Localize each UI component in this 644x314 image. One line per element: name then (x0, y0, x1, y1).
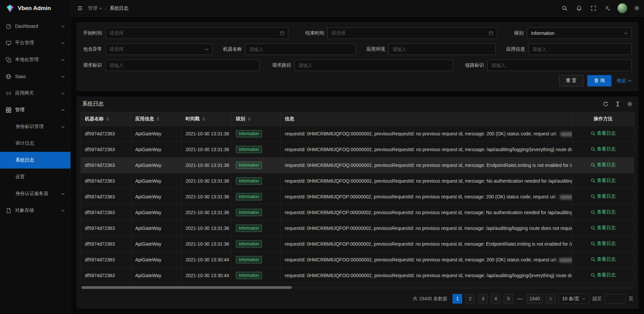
fullscreen-icon[interactable] (586, 0, 601, 16)
start-time-picker[interactable]: 请选择 (105, 27, 288, 39)
translate-icon[interactable]: 文A (601, 0, 615, 16)
header-actions: 文A (557, 0, 644, 16)
sidebar-menu: Dashboard 平台管理 本地化管理 (0, 16, 70, 219)
sidebar-item-manage[interactable]: 管理 (0, 102, 70, 118)
sort-carets-icon[interactable] (202, 117, 205, 121)
page-button-last[interactable]: 1940 (527, 294, 542, 304)
machine-name-cell: df5974d72363 (81, 236, 131, 252)
view-log-action[interactable]: 查看日志 (591, 241, 616, 247)
column-settings-gear-icon[interactable] (627, 101, 633, 107)
page-size-select[interactable]: 10 条/页 (558, 294, 589, 304)
localization-icon (6, 57, 11, 63)
machine-name-cell: df5974d72363 (81, 173, 131, 189)
end-time-picker[interactable]: 请选择 (327, 27, 497, 39)
row-height-icon[interactable] (615, 101, 621, 107)
app-info-input[interactable] (528, 44, 632, 55)
reset-button[interactable]: 重 置 (559, 75, 583, 86)
sidebar-item-localization[interactable]: 本地化管理 (0, 51, 70, 68)
sidebar-item-dashboard[interactable]: Dashboard (0, 18, 70, 35)
message-cell: requestId: 0HMCRBM8JQFOP:00000002, previ… (281, 189, 572, 204)
sidebar-item-system-log[interactable]: 系统日志 (0, 152, 70, 169)
jump-page-input[interactable] (605, 294, 626, 304)
sidebar-item-gateway[interactable]: 应用网关 (0, 85, 70, 102)
placeholder-text: 请选择 (109, 30, 280, 36)
select-value: Information (531, 30, 624, 36)
sidebar-item-object-storage[interactable]: 对象存储 (0, 202, 70, 219)
chevron-down-icon (61, 25, 65, 27)
user-avatar[interactable] (615, 0, 630, 16)
logo[interactable]: Vben Admin (0, 0, 70, 16)
table-row: df5974d72363ApiGateWay2021-10-30 13:31:3… (81, 173, 634, 189)
view-log-action[interactable]: 查看日志 (591, 146, 616, 152)
sidebar-item-label: 平台管理 (15, 40, 57, 46)
filter-field-app-env: 应用环境 (366, 44, 496, 55)
settings-gear-icon[interactable] (630, 0, 644, 16)
level-cell: Information (232, 141, 281, 157)
view-log-action[interactable]: 查看日志 (591, 130, 616, 136)
table-row: df5974d72363ApiGateWay2021-10-30 13:31:3… (81, 204, 634, 220)
level-cell: Information (232, 267, 281, 283)
view-log-action[interactable]: 查看日志 (591, 272, 616, 278)
view-log-label: 查看日志 (597, 225, 616, 231)
app-env-input[interactable] (388, 44, 496, 55)
breadcrumb-parent[interactable]: 管理 (88, 5, 102, 11)
page-button-1[interactable]: 1 (452, 294, 462, 304)
next-page-button[interactable] (546, 294, 555, 304)
table-row: df5974d72363ApiGateWay2021-10-30 13:31:3… (81, 220, 634, 236)
view-log-action[interactable]: 查看日志 (591, 178, 616, 184)
column-label: 信息 (285, 116, 294, 121)
column-header-timestamp[interactable]: 时间戳 (181, 112, 232, 126)
refresh-icon[interactable] (603, 101, 608, 107)
field-label: 开始时间 (83, 30, 102, 36)
column-label: 级别 (236, 116, 245, 121)
sidebar-item-settings[interactable]: 设置 (0, 169, 70, 185)
trace-id-input[interactable] (487, 60, 632, 71)
machine-name-cell: df5974d72363 (81, 157, 131, 173)
sidebar-item-platform[interactable]: 平台管理 (0, 35, 70, 51)
collapse-link[interactable]: 收起 (617, 78, 632, 84)
machine-name-input[interactable] (245, 44, 356, 55)
page-button-4[interactable]: 4 (491, 294, 500, 304)
sidebar-item-identity-management[interactable]: 身份标识管理 (0, 118, 70, 135)
horizontal-scrollbar[interactable] (81, 286, 634, 289)
breadcrumb-current: 系统日志 (110, 5, 128, 11)
field-label: 应用信息 (506, 46, 525, 52)
page-button-5[interactable]: 5 (503, 294, 513, 304)
column-header-level[interactable]: 级别 (232, 112, 281, 126)
sort-carets-icon[interactable] (157, 117, 159, 121)
sidebar-item-saas[interactable]: Saas (0, 68, 70, 85)
sidebar-item-auth-server[interactable]: 身份认证服务器 (0, 185, 70, 202)
view-log-action[interactable]: 查看日志 (591, 256, 616, 262)
column-header-machine-name[interactable]: 机器名称 (81, 112, 131, 126)
request-path-input[interactable] (294, 60, 453, 71)
calendar-icon (280, 31, 284, 36)
breadcrumb: 管理 / 系统日志 (88, 5, 128, 11)
timestamp-cell: 2021-10-30 13:31:38 (181, 157, 232, 173)
search-icon[interactable] (557, 0, 572, 16)
message-cell: requestId: 0HMCRBM8JQFOP:00000002, previ… (281, 236, 572, 252)
scrollbar-thumb[interactable] (82, 286, 292, 289)
search-button[interactable]: 查 询 (587, 75, 611, 86)
page-button-2[interactable]: 2 (465, 294, 475, 304)
filter-field-request-id: 请求标识 (83, 60, 260, 71)
sidebar-item-audit-log[interactable]: 审计日志 (0, 135, 70, 152)
notification-bell-icon[interactable] (572, 0, 586, 16)
sort-carets-icon[interactable] (248, 117, 251, 121)
message-cell: requestId: 0HMCRBM8JQFOP:00000002, previ… (281, 220, 572, 236)
page-button-3[interactable]: 3 (478, 294, 488, 304)
view-log-label: 查看日志 (597, 162, 616, 168)
column-header-app-info[interactable]: 应用信息 (131, 112, 181, 126)
view-log-action[interactable]: 查看日志 (591, 193, 616, 199)
menu-fold-icon[interactable] (77, 5, 83, 11)
include-exception-select[interactable]: 请选择 (105, 44, 213, 55)
view-log-action[interactable]: 查看日志 (591, 162, 616, 168)
machine-name-cell: df5974d72363 (81, 126, 131, 141)
pagination-ellipsis[interactable]: ••• (516, 296, 524, 302)
view-log-action[interactable]: 查看日志 (591, 225, 616, 231)
view-log-action[interactable]: 查看日志 (591, 209, 616, 215)
chevron-up-icon (628, 80, 632, 82)
view-log-label: 查看日志 (597, 209, 616, 215)
request-id-input[interactable] (105, 60, 260, 71)
level-select[interactable]: Information (527, 27, 632, 39)
sort-carets-icon[interactable] (106, 117, 109, 121)
